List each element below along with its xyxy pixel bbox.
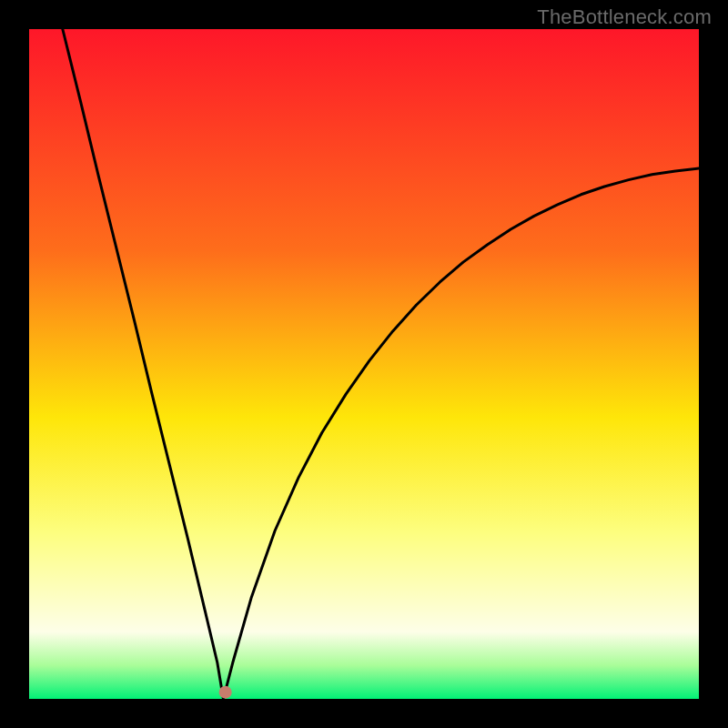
curve-path bbox=[63, 29, 699, 699]
minimum-marker bbox=[219, 686, 232, 699]
watermark-text: TheBottleneck.com bbox=[537, 5, 712, 29]
bottleneck-curve bbox=[29, 29, 699, 699]
plot-area bbox=[29, 29, 699, 699]
chart-frame: TheBottleneck.com bbox=[0, 0, 728, 728]
